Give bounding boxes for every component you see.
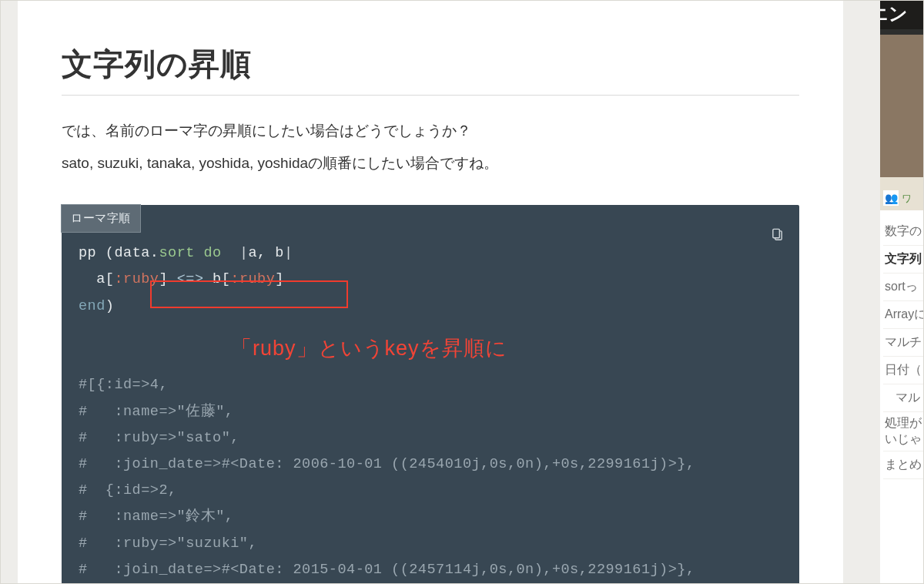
toc-item-0[interactable]: 数字の	[883, 218, 924, 246]
ad-title: エン	[880, 2, 908, 26]
code-block-roman-order: ローマ字順 「ruby」というkeyを昇順に pp (data.sort do …	[62, 205, 799, 584]
toc-item-6[interactable]: マル	[883, 384, 924, 412]
paragraph-1: では、名前のローマ字の昇順にしたい場合はどうでしょうか？	[62, 117, 799, 145]
sidebar-ad[interactable]: エン 恐 👥 ワ	[880, 0, 924, 210]
toc-item-4[interactable]: マルチ	[883, 329, 924, 357]
code-content: pp (data.sort do |a, b| a[:ruby] <=> b[:…	[79, 240, 782, 584]
article-body: 文字列の昇順 では、名前のローマ字の昇順にしたい場合はどうでしょうか？ sato…	[18, 0, 843, 584]
toc-item-1[interactable]: 文字列	[883, 246, 924, 274]
copy-icon	[771, 228, 784, 243]
toc-item-5[interactable]: 日付（	[883, 357, 924, 384]
svg-rect-1	[773, 230, 780, 238]
toc-item-7[interactable]: 処理がいじゃ	[883, 412, 924, 451]
title-divider	[62, 95, 799, 96]
people-icon: 👥	[883, 190, 899, 206]
toc-item-2[interactable]: sortっ	[883, 274, 924, 301]
page-title: 文字列の昇順	[62, 43, 799, 86]
ad-footer-text: ワ	[902, 192, 912, 206]
paragraph-2: sato, suzuki, tanaka, yoshida, yoshidaの順…	[62, 149, 799, 177]
toc-item-3[interactable]: Arrayに	[883, 301, 924, 329]
code-block-label: ローマ字順	[61, 204, 141, 233]
toc-item-8[interactable]: まとめ	[883, 451, 924, 479]
copy-code-button[interactable]	[771, 228, 784, 243]
table-of-contents: 数字の文字列sortっArrayにマルチ日付（マル処理がいじゃまとめ	[880, 210, 924, 479]
sidebar: エン 恐 👥 ワ 数字の文字列sortっArrayにマルチ日付（マル処理がいじゃ…	[880, 0, 924, 584]
